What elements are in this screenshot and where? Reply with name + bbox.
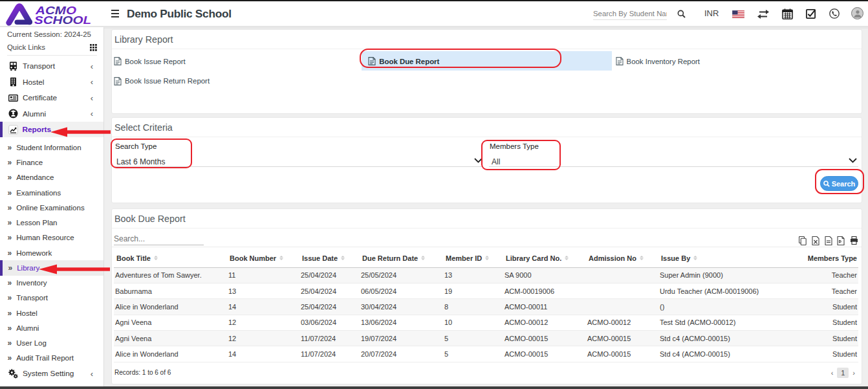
svg-text:SCHOOL: SCHOOL xyxy=(34,14,91,26)
